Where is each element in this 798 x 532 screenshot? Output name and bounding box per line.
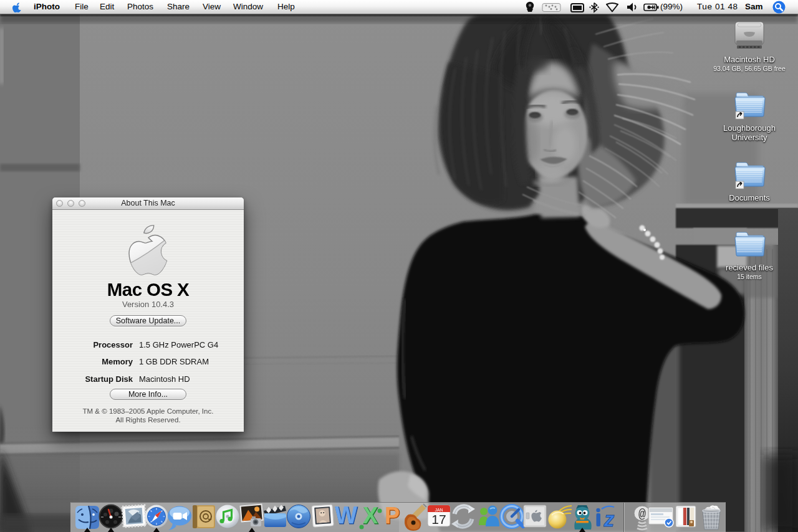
svg-text:JAN: JAN <box>435 508 443 512</box>
svg-text:W: W <box>335 502 357 528</box>
svg-text:17: 17 <box>431 512 446 526</box>
svg-text:@: @ <box>638 507 646 521</box>
svg-text:X: X <box>363 503 378 528</box>
svg-text:z: z <box>603 507 615 531</box>
svg-text:P: P <box>385 503 400 528</box>
